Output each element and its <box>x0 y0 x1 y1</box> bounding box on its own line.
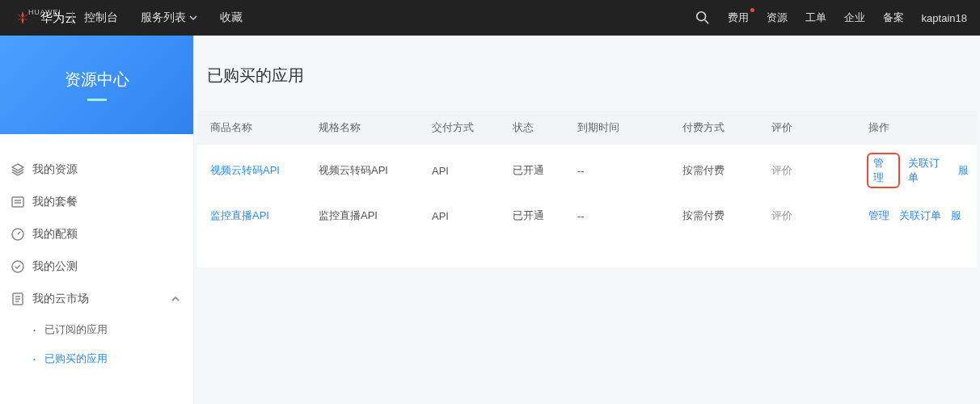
chevron-down-icon <box>189 14 197 22</box>
cell-expire: -- <box>569 145 674 197</box>
product-name-link[interactable]: 监控直播API <box>210 209 269 221</box>
check-circle-icon <box>11 260 24 273</box>
sidebar-item-label: 已购买的应用 <box>44 351 108 366</box>
sidebar-item-label: 我的公测 <box>32 259 78 274</box>
cell-pay: 按需付费 <box>674 197 763 235</box>
col-spec: 规格名称 <box>310 111 424 145</box>
cell-expire: -- <box>569 197 674 235</box>
manage-link[interactable]: 管理 <box>868 208 889 223</box>
cell-delivery: API <box>424 197 505 235</box>
svg-point-0 <box>696 12 705 21</box>
doc-icon <box>11 292 24 305</box>
col-rate: 评价 <box>763 111 860 145</box>
nav-resource[interactable]: 资源 <box>767 11 788 25</box>
sidebar-title-underline <box>87 99 107 101</box>
rate-link[interactable]: 评价 <box>771 209 792 221</box>
table-row: 视频云转码API 视频云转码API API 已开通 -- 按需付费 评价 管理 … <box>197 145 977 197</box>
brand-huawei: HUAWEI <box>28 8 61 16</box>
sidebar-item-my-packages[interactable]: 我的套餐 <box>0 186 193 218</box>
sidebar-item-my-quota[interactable]: 我的配额 <box>0 218 193 250</box>
sidebar-title: 资源中心 <box>65 69 129 90</box>
nav-services-label: 服务列表 <box>141 11 186 25</box>
top-right-nav: 费用 资源 工单 企业 备案 kaptain18 <box>695 11 974 25</box>
top-bar: 华为云 HUAWEI HUAWEI 控制台 服务列表 收藏 费用 资源 工单 企… <box>0 0 980 36</box>
sidebar-item-label: 我的云市场 <box>32 292 89 306</box>
manage-link[interactable]: 管理 <box>873 157 884 183</box>
nav-enterprise[interactable]: 企业 <box>844 11 865 25</box>
nav-record[interactable]: 备案 <box>883 11 904 25</box>
layers-icon <box>11 163 24 176</box>
apps-table: 商品名称 规格名称 交付方式 状态 到期时间 付费方式 评价 操作 视频云转码A… <box>197 111 977 235</box>
rate-link[interactable]: 评价 <box>771 164 792 176</box>
sidebar-item-label: 我的资源 <box>32 162 78 177</box>
sidebar-item-label: 我的配额 <box>32 227 78 242</box>
top-nav: 控制台 服务列表 收藏 <box>84 11 243 25</box>
main-content: 已购买的应用 商品名称 规格名称 交付方式 状态 到期时间 付费方式 评价 操作 <box>194 36 980 404</box>
cell-status: 已开通 <box>505 197 569 235</box>
col-status: 状态 <box>505 111 569 145</box>
col-name: 商品名称 <box>197 111 310 145</box>
sidebar: 资源中心 我的资源 我的套餐 我的配额 我的公测 <box>0 36 194 404</box>
col-pay: 付费方式 <box>674 111 763 145</box>
relate-order-link[interactable]: 关联订单 <box>908 156 948 185</box>
gauge-icon <box>11 228 24 241</box>
col-delivery: 交付方式 <box>424 111 505 145</box>
service-link[interactable]: 服 <box>958 163 969 178</box>
nav-user[interactable]: kaptain18 <box>922 12 967 24</box>
cell-spec: 监控直播API <box>310 197 424 235</box>
search-icon[interactable] <box>695 11 710 25</box>
product-name-link[interactable]: 视频云转码API <box>210 164 280 176</box>
cell-delivery: API <box>424 145 505 197</box>
cell-spec: 视频云转码API <box>310 145 424 197</box>
list-icon <box>11 196 24 208</box>
sidebar-header: 资源中心 <box>0 36 193 134</box>
page-title: 已购买的应用 <box>201 65 977 107</box>
cell-pay: 按需付费 <box>674 145 763 197</box>
service-link[interactable]: 服 <box>951 208 961 223</box>
svg-rect-2 <box>12 197 23 207</box>
sidebar-item-label: 已订阅的应用 <box>44 322 108 337</box>
content-panel: 商品名称 规格名称 交付方式 状态 到期时间 付费方式 评价 操作 视频云转码A… <box>197 111 977 267</box>
cell-status: 已开通 <box>505 145 569 197</box>
col-op: 操作 <box>860 111 977 145</box>
sidebar-item-my-resources[interactable]: 我的资源 <box>0 154 193 186</box>
sidebar-item-subscribed-apps[interactable]: 已订阅的应用 <box>0 315 193 344</box>
table-row: 监控直播API 监控直播API API 已开通 -- 按需付费 评价 管理 关联… <box>197 197 977 235</box>
sidebar-item-purchased-apps[interactable]: 已购买的应用 <box>0 344 193 373</box>
nav-console[interactable]: 控制台 <box>84 11 118 25</box>
col-expire: 到期时间 <box>569 111 674 145</box>
sidebar-menu: 我的资源 我的套餐 我的配额 我的公测 我的云市场 <box>0 134 193 373</box>
divider <box>72 11 73 24</box>
svg-line-1 <box>704 20 708 24</box>
sidebar-item-label: 我的套餐 <box>32 195 78 209</box>
nav-favorites[interactable]: 收藏 <box>220 11 243 25</box>
nav-services[interactable]: 服务列表 <box>141 11 197 25</box>
sidebar-item-my-beta[interactable]: 我的公测 <box>0 250 193 283</box>
relate-order-link[interactable]: 关联订单 <box>899 208 941 223</box>
sidebar-item-my-marketplace[interactable]: 我的云市场 <box>0 283 193 315</box>
table-header-row: 商品名称 规格名称 交付方式 状态 到期时间 付费方式 评价 操作 <box>197 111 977 145</box>
nav-workorder[interactable]: 工单 <box>805 11 826 25</box>
chevron-up-icon <box>171 294 180 304</box>
nav-fee[interactable]: 费用 <box>728 11 749 25</box>
